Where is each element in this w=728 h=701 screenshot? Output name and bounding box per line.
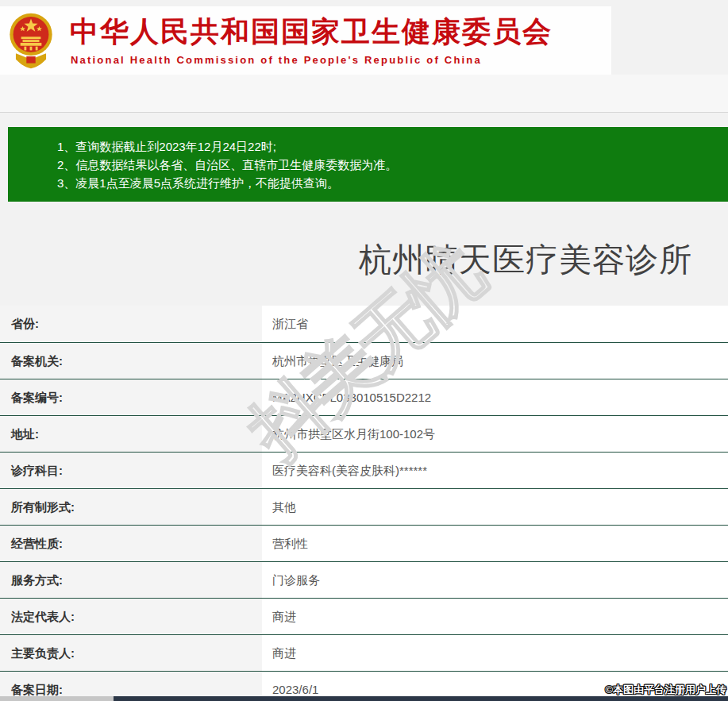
clinic-name-title: 杭州睛天医疗美容诊所: [359, 238, 692, 282]
horizontal-scrollbar[interactable]: [0, 696, 728, 701]
field-label: 备案机关:: [0, 343, 262, 379]
site-header: 中华人民共和国国家卫生健康委员会 National Health Commiss…: [0, 6, 611, 75]
notice-line-1: 1、查询数据截止到2023年12月24日22时;: [57, 137, 720, 156]
record-row: 备案编号: MA2HXCBL033010515D2212: [0, 379, 728, 415]
subheader-strip: [0, 75, 728, 113]
field-label: 经营性质:: [0, 526, 262, 561]
horizontal-scrollbar-thumb[interactable]: [114, 696, 728, 701]
field-value: 门诊服务: [262, 562, 728, 598]
field-value: 商进: [262, 635, 728, 671]
field-value: 杭州市拱墅区水月街100-102号: [262, 416, 728, 452]
notice-banner: 1、查询数据截止到2023年12月24日22时; 2、信息数据结果以各省、自治区…: [8, 127, 728, 202]
field-label: 备案编号:: [0, 379, 262, 415]
notice-line-2: 2、信息数据结果以各省、自治区、直辖市卫生健康委数据为准。: [57, 156, 720, 174]
attribution-note: ©本图由平台注册用户上传: [605, 683, 726, 697]
field-value: 杭州市拱墅区卫生健康局: [262, 343, 728, 379]
national-emblem-icon: [8, 10, 54, 73]
field-label: 法定代表人:: [0, 599, 262, 634]
field-value: 商进: [262, 599, 728, 634]
field-value: 医疗美容科(美容皮肤科)******: [262, 453, 728, 488]
record-row: 法定代表人: 商进: [0, 598, 728, 634]
record-table: 省份: 浙江省 备案机关: 杭州市拱墅区卫生健康局 备案编号: MA2HXCBL…: [0, 306, 728, 701]
record-row: 省份: 浙江省: [0, 306, 728, 342]
site-title-cn: 中华人民共和国国家卫生健康委员会: [70, 13, 553, 52]
field-value: 营利性: [262, 526, 728, 561]
field-value: 浙江省: [262, 306, 728, 342]
record-row: 地址: 杭州市拱墅区水月街100-102号: [0, 415, 728, 452]
field-label: 服务方式:: [0, 562, 262, 598]
record-row: 所有制形式: 其他: [0, 488, 728, 525]
field-label: 省份:: [0, 306, 262, 342]
record-row: 诊疗科目: 医疗美容科(美容皮肤科)******: [0, 452, 728, 488]
field-label: 地址:: [0, 416, 262, 452]
page: 中华人民共和国国家卫生健康委员会 National Health Commiss…: [0, 0, 728, 701]
record-row: 主要负责人: 商进: [0, 634, 728, 671]
site-title-en: National Health Commission of the People…: [71, 54, 482, 66]
notice-line-3: 3、凌晨1点至凌晨5点系统进行维护，不能提供查询。: [57, 174, 720, 192]
record-row: 服务方式: 门诊服务: [0, 561, 728, 598]
field-value: MA2HXCBL033010515D2212: [262, 379, 728, 415]
record-row: 经营性质: 营利性: [0, 525, 728, 561]
field-label: 所有制形式:: [0, 489, 262, 525]
field-value: 其他: [262, 489, 728, 525]
field-label: 主要负责人:: [0, 635, 262, 671]
record-row: 备案机关: 杭州市拱墅区卫生健康局: [0, 342, 728, 379]
field-label: 诊疗科目:: [0, 453, 262, 488]
